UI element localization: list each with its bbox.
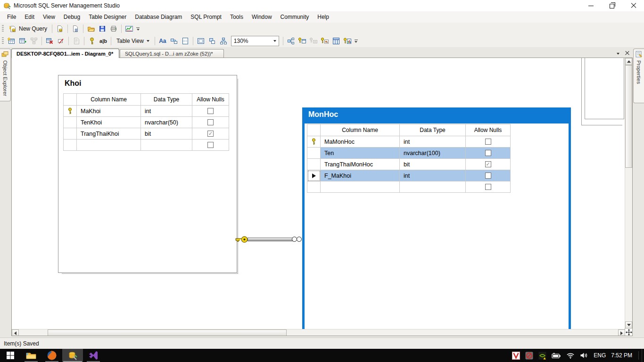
horizontal-scrollbar[interactable]: [12, 329, 626, 336]
start-button[interactable]: [0, 349, 21, 362]
row-header[interactable]: [307, 181, 321, 193]
scroll-left-button[interactable]: [12, 329, 19, 336]
partial-table-window[interactable]: [585, 58, 624, 119]
update-diagram-button[interactable]: [342, 36, 353, 46]
manage-xml-indexes-button[interactable]: [319, 36, 330, 46]
object-explorer-tab[interactable]: Object Explorer: [0, 49, 11, 101]
allow-nulls-checkbox[interactable]: [485, 150, 491, 156]
table-row-new[interactable]: [307, 181, 511, 193]
allow-nulls-cell[interactable]: [466, 136, 511, 148]
row-header[interactable]: [64, 117, 77, 128]
allow-nulls-checkbox[interactable]: [485, 139, 491, 145]
annotation-font-button[interactable]: Aa: [157, 36, 168, 46]
delete-table-button[interactable]: [44, 36, 55, 46]
data-type-cell[interactable]: bit: [141, 128, 192, 140]
tab-diagram[interactable]: DESKTOP-8CFQ8O1...iem - Diagram_0*: [11, 49, 119, 58]
analysis-query-button[interactable]: [70, 24, 81, 34]
data-type-cell[interactable]: int: [141, 106, 192, 117]
visual-studio-button[interactable]: [83, 349, 104, 362]
scroll-down-button[interactable]: [625, 321, 632, 329]
data-type-cell[interactable]: int: [400, 136, 466, 148]
allow-nulls-checkbox[interactable]: [485, 173, 491, 179]
set-primary-key-button[interactable]: [86, 36, 98, 46]
database-engine-query-button[interactable]: [54, 24, 66, 34]
manage-indexes-keys-button[interactable]: [297, 36, 308, 46]
clock[interactable]: 7:52 PM: [611, 352, 632, 359]
diagram-pan-button[interactable]: [625, 328, 633, 336]
relationship-line[interactable]: [248, 238, 293, 241]
allow-nulls-cell[interactable]: [192, 117, 229, 128]
name-annotation-button[interactable]: a|b: [98, 36, 109, 46]
show-relationship-labels-button[interactable]: [168, 36, 180, 46]
row-header[interactable]: [64, 128, 77, 140]
allow-nulls-cell[interactable]: [466, 148, 511, 159]
relationship-key-end-icon[interactable]: [234, 235, 248, 244]
table-row[interactable]: MaMonHoc int: [307, 136, 511, 148]
file-explorer-button[interactable]: [21, 349, 41, 362]
autosize-tables-button[interactable]: [206, 36, 218, 46]
close-document-button[interactable]: [623, 49, 631, 57]
zoom-combobox[interactable]: 130%: [231, 36, 279, 46]
row-header[interactable]: [307, 136, 321, 148]
menu-sql-prompt[interactable]: SQL Prompt: [186, 12, 226, 22]
column-name-cell[interactable]: [321, 181, 400, 193]
active-files-dropdown-button[interactable]: [614, 50, 622, 57]
firefox-button[interactable]: [41, 349, 62, 362]
row-header[interactable]: [64, 140, 77, 151]
toolbar-overflow-button[interactable]: [355, 40, 358, 43]
minimize-button[interactable]: [580, 0, 602, 11]
allow-nulls-checkbox[interactable]: [207, 108, 214, 114]
data-type-cell[interactable]: [141, 140, 192, 151]
table-row[interactable]: F_MaKhoi int: [307, 170, 511, 181]
allow-nulls-cell[interactable]: [466, 181, 511, 193]
row-header[interactable]: [307, 159, 321, 170]
table-row[interactable]: MaKhoi int: [64, 106, 229, 117]
menu-debug[interactable]: Debug: [59, 12, 84, 22]
wifi-icon[interactable]: [566, 353, 575, 359]
table-row-new[interactable]: [64, 140, 229, 151]
column-name-cell[interactable]: TrangThaiKhoi: [77, 128, 141, 140]
menu-tools[interactable]: Tools: [226, 12, 248, 22]
data-type-cell[interactable]: bit: [400, 159, 466, 170]
tab-sqlquery[interactable]: SQLQuery1.sql - D...i am zZoke (52))*: [120, 49, 224, 58]
menu-community[interactable]: Community: [276, 12, 314, 22]
scroll-up-button[interactable]: [625, 58, 632, 65]
vertical-scrollbar[interactable]: [625, 58, 632, 329]
open-file-button[interactable]: [85, 24, 97, 34]
allow-nulls-checkbox[interactable]: [207, 119, 214, 125]
relationships-button[interactable]: [285, 36, 297, 46]
new-table-button[interactable]: [6, 36, 17, 46]
print-button[interactable]: [108, 24, 119, 34]
close-button[interactable]: [623, 0, 644, 11]
column-name-cell[interactable]: TenKhoi: [77, 117, 141, 128]
allow-nulls-cell[interactable]: [192, 106, 229, 117]
scroll-right-button[interactable]: [618, 329, 625, 336]
column-name-cell[interactable]: Ten: [321, 148, 400, 159]
column-name-cell[interactable]: [77, 140, 141, 151]
allow-nulls-checkbox[interactable]: [485, 184, 491, 190]
manage-fulltext-index-button[interactable]: [308, 36, 319, 46]
allow-nulls-checkbox[interactable]: [207, 131, 214, 137]
table-row[interactable]: TrangThaiMonHoc bit: [307, 159, 511, 170]
table-view-button[interactable]: Table View: [113, 36, 153, 46]
allow-nulls-cell[interactable]: [466, 159, 511, 170]
menu-table-designer[interactable]: Table Designer: [84, 12, 131, 22]
allow-nulls-cell[interactable]: [192, 140, 229, 151]
row-header[interactable]: [64, 106, 77, 117]
activity-monitor-button[interactable]: [124, 24, 135, 34]
table-row[interactable]: Ten nvarchar(100): [307, 148, 511, 159]
allow-nulls-checkbox[interactable]: [485, 161, 491, 167]
language-indicator[interactable]: ENG: [594, 352, 606, 359]
row-header[interactable]: [307, 170, 321, 181]
new-query-button[interactable]: New Query: [6, 24, 50, 34]
battery-icon[interactable]: [552, 353, 561, 359]
generate-change-script-button[interactable]: [71, 36, 82, 46]
data-type-cell[interactable]: int: [400, 170, 466, 181]
volume-icon[interactable]: [580, 352, 588, 359]
menu-window[interactable]: Window: [248, 12, 276, 22]
table-row[interactable]: TenKhoi nvarchar(50): [64, 117, 229, 128]
column-name-cell[interactable]: TrangThaiMonHoc: [321, 159, 400, 170]
allow-nulls-checkbox[interactable]: [207, 142, 214, 148]
restore-button[interactable]: [602, 0, 623, 11]
table-window-monhoc[interactable]: MonHoc Column Name Data Type Allow Nulls: [302, 107, 571, 329]
